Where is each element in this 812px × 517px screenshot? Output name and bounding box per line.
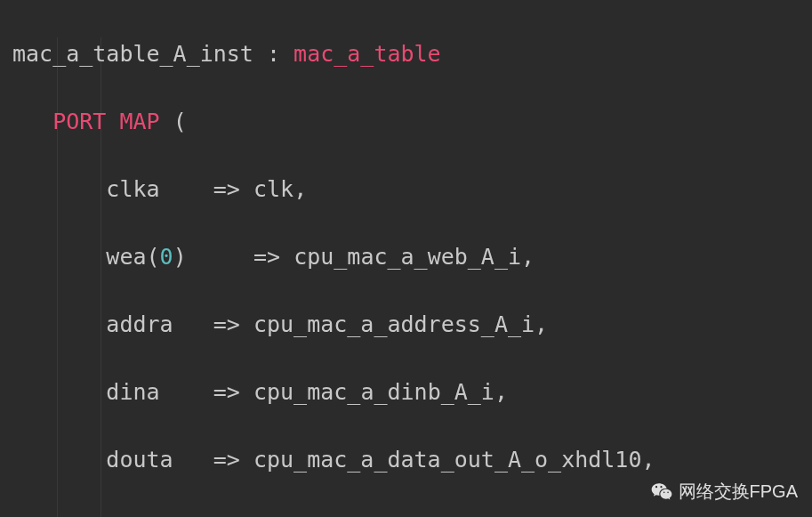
port-formal: wea xyxy=(106,244,146,270)
port-line: douta => cpu_mac_a_data_out_A_o_xhdl10, xyxy=(12,443,812,477)
index: 0 xyxy=(160,244,173,270)
arrow: => xyxy=(213,379,240,405)
colon: : xyxy=(253,41,293,67)
arrow: => xyxy=(213,447,240,473)
comma: , xyxy=(641,447,655,473)
port-map-keyword: PORT MAP xyxy=(52,109,159,134)
port-actual: cpu_mac_a_web_A_i xyxy=(293,244,521,270)
wechat-icon xyxy=(650,480,673,503)
port-line: dina => cpu_mac_a_dinb_A_i, xyxy=(12,376,812,409)
port-formal: addra xyxy=(106,311,173,337)
arrow: => xyxy=(213,311,240,337)
code-block: mac_a_table_A_inst : mac_a_table PORT MA… xyxy=(0,4,812,517)
comma: , xyxy=(521,244,535,270)
type-name: mac_a_table xyxy=(293,41,441,67)
port-actual: cpu_mac_a_data_out_A_o_xhdl10 xyxy=(253,447,642,473)
port-line: clkb => clk, xyxy=(12,511,812,517)
port-formal: clka xyxy=(106,176,159,202)
port-actual: cpu_mac_a_address_A_i xyxy=(253,311,535,337)
comma: , xyxy=(494,379,508,405)
port-line: clka => clk, xyxy=(12,173,812,206)
watermark: 网络交换FPGA xyxy=(650,474,798,508)
watermark-text: 网络交换FPGA xyxy=(679,474,798,508)
line-portmap: PORT MAP ( xyxy=(12,105,812,139)
port-line: wea(0) => cpu_mac_a_web_A_i, xyxy=(12,240,812,274)
open-paren: ( xyxy=(160,109,187,134)
arrow: => xyxy=(253,244,280,270)
comma: , xyxy=(535,311,548,337)
port-line: addra => cpu_mac_a_address_A_i, xyxy=(12,308,812,342)
line-instance: mac_a_table_A_inst : mac_a_table xyxy=(12,37,812,71)
port-actual: clk xyxy=(253,176,293,202)
port-formal: dina xyxy=(106,379,159,405)
arrow: => xyxy=(213,176,240,202)
instance-name: mac_a_table_A_inst xyxy=(12,41,253,67)
port-actual: cpu_mac_a_dinb_A_i xyxy=(253,379,494,405)
port-formal: douta xyxy=(106,447,173,473)
comma: , xyxy=(293,176,307,202)
